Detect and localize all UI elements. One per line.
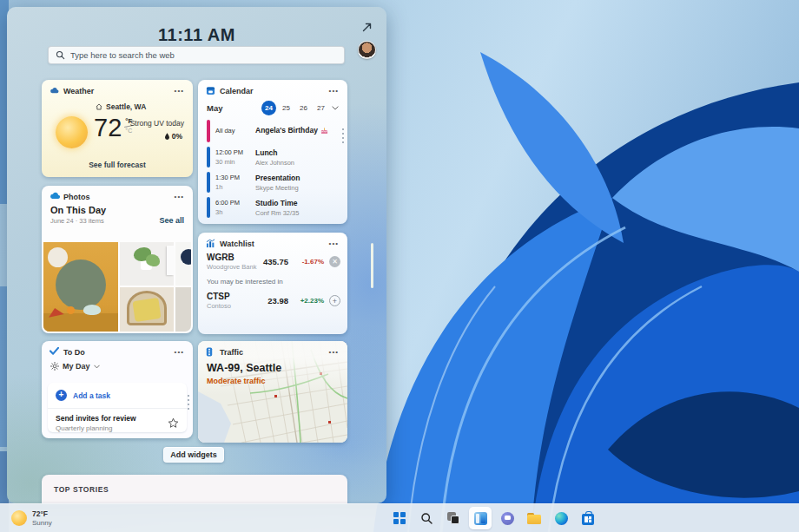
photos-widget-icon [50,192,59,201]
search-icon [420,512,433,525]
calendar-event[interactable]: 1:30 PM 1h Presentation Skype Meeting [207,172,340,193]
calendar-date-24[interactable]: 24 [261,101,276,115]
stock-symbol: CTSP [207,292,231,301]
photos-see-all-link[interactable]: See all [159,216,184,225]
calendar-date-27[interactable]: 27 [314,101,328,115]
dismiss-stock-icon[interactable]: ✕ [329,256,340,267]
photo-thumbnail[interactable] [175,287,191,332]
birthday-cake-icon [320,127,328,135]
event-title: Angela's Birthday [255,126,318,135]
taskbar-search-button[interactable] [415,507,438,529]
task-view-button[interactable] [442,507,465,529]
photo-thumbnail[interactable] [120,242,174,286]
taskbar-weather-flyout[interactable]: 72°F Sunny [8,508,56,529]
star-task-icon[interactable] [168,417,179,429]
traffic-more-options-icon[interactable]: ••• [327,348,340,357]
start-button[interactable] [388,507,411,529]
event-time: All day [215,127,250,135]
todo-widget: To Do ••• My Day + Add a task Send invit… [42,341,193,438]
event-time: 6:00 PM [215,199,250,207]
event-title: Lunch [255,148,294,157]
event-time: 12:00 PM [215,148,250,156]
stock-change: -1.67% [294,258,324,266]
weather-location: Seattle, WA [106,102,146,111]
calendar-more-options-icon[interactable]: ••• [327,87,340,95]
search-icon [56,50,65,60]
calendar-event[interactable]: All day Angela's Birthday [207,120,340,142]
weather-more-options-icon[interactable]: ••• [173,87,186,95]
calendar-date-26[interactable]: 26 [296,101,311,115]
watchlist-suggestion-label: You may be interested in [198,271,347,287]
calendar-event[interactable]: 12:00 PM 30 min Lunch Alex Johnson [207,147,340,167]
edge-button[interactable] [550,507,572,529]
store-button[interactable] [577,507,599,529]
traffic-widget-icon [206,347,215,357]
clock: 11:11 AM [7,25,386,45]
task-view-icon [447,512,459,524]
search-input[interactable] [70,50,337,60]
watchlist-widget-icon [206,239,215,248]
calendar-title: Calendar [220,87,254,95]
event-color-bar [207,172,210,193]
watchlist-more-options-icon[interactable]: ••• [327,240,340,248]
stock-name: Contoso [207,302,231,310]
photo-thumbnail[interactable] [120,287,174,332]
web-search-bar[interactable] [48,46,345,64]
taskbar: 72°F Sunny [0,503,799,532]
precipitation-value: 0% [172,132,182,141]
sunny-icon [56,116,88,148]
photo-thumbnail[interactable] [43,242,118,332]
calendar-event[interactable]: 6:00 PM 3h Studio Time Conf Rm 32/35 [207,197,340,218]
traffic-title: Traffic [220,348,243,357]
stock-price: 435.75 [263,257,288,266]
photo-thumbnail[interactable] [175,242,191,286]
event-title: Studio Time [255,199,299,207]
stock-change: +2.23% [294,297,324,305]
see-full-forecast-link[interactable]: See full forecast [42,161,193,169]
weather-widget: Weather ••• Seattle, WA 72 °F °C Strong … [42,80,193,177]
stock-symbol: WGRB [207,253,256,262]
traffic-status: Moderate traffic [207,377,281,385]
event-time: 1:30 PM [215,174,250,181]
event-color-bar [207,197,210,218]
user-avatar[interactable] [358,41,376,59]
scroll-dots[interactable] [342,128,344,143]
event-duration: 30 min [215,158,250,166]
windows-start-icon [393,512,406,524]
scroll-dots[interactable] [188,395,189,410]
stock-row[interactable]: WGRB Woodgrove Bank 435.75 -1.67% ✕ [198,248,347,271]
photos-heading: On This Day [50,205,106,215]
chat-button[interactable] [496,507,518,529]
widgets-panel: 11:11 AM Weather ••• Seattle, WA [7,7,386,503]
edge-browser-icon [555,512,568,525]
event-color-bar [207,120,210,142]
weather-title: Weather [63,87,94,95]
todo-more-options-icon[interactable]: ••• [173,348,186,357]
stock-row[interactable]: CTSP Contoso 23.98 +2.23% + [198,287,347,310]
task-title: Send invites for review [56,414,136,423]
add-task-plus-icon: + [56,390,67,401]
expand-icon [361,22,373,33]
todo-title: To Do [63,348,85,357]
todo-widget-icon [50,347,59,357]
file-explorer-button[interactable] [523,507,545,529]
add-widgets-button[interactable]: Add widgets [163,447,224,463]
todo-list-name: My Day [63,362,90,371]
event-color-bar [207,147,210,167]
add-task-button[interactable]: + Add a task [48,383,187,409]
calendar-date-25[interactable]: 25 [279,101,294,115]
widgets-icon [474,512,487,525]
photos-more-options-icon[interactable]: ••• [173,193,186,201]
widgets-button[interactable] [469,507,492,529]
todo-list-selector[interactable]: My Day [42,357,193,371]
home-icon [96,103,102,110]
task-row[interactable]: Send invites for review Quarterly planni… [48,409,187,437]
event-subtitle: Alex Johnson [255,159,294,167]
calendar-expand-chevron[interactable] [332,106,339,110]
event-duration: 3h [215,208,250,216]
add-stock-icon[interactable]: + [329,295,340,306]
panel-scrollbar[interactable] [371,243,373,288]
expand-panel-button[interactable] [358,18,375,36]
photos-title: Photos [63,193,90,201]
photos-widget: Photos ••• On This Day June 24 · 33 item… [42,186,193,333]
